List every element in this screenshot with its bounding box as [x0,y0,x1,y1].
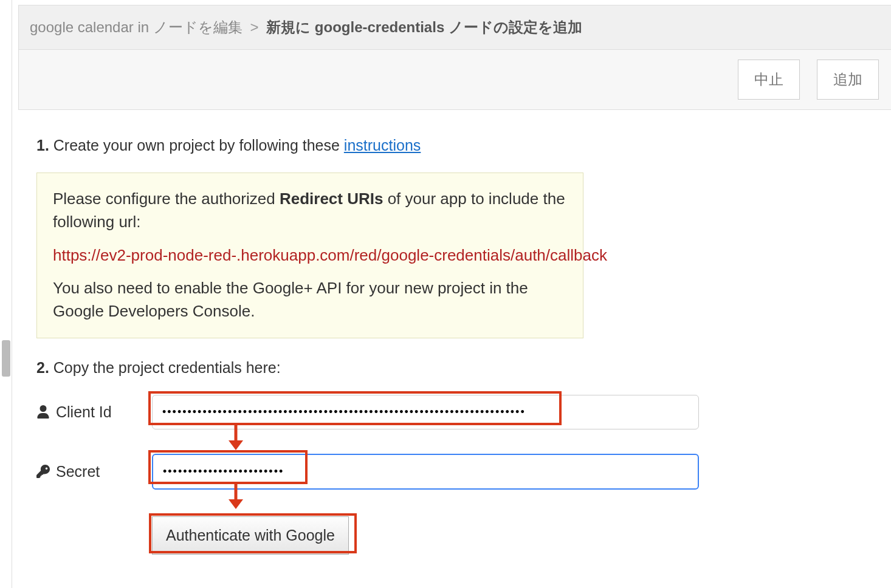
url-prefix: https://ev2-prod-node-red- [53,244,236,267]
secret-row: Secret [36,454,873,490]
box-text-bold: Redirect URIs [280,190,384,208]
breadcrumb-current: 新規に google-credentials ノードの設定を追加 [266,19,582,35]
instructions-link[interactable]: instructions [344,137,421,154]
step-1-number: 1. [36,137,49,154]
redirect-uri-text: Please configure the authorized Redirect… [53,188,567,233]
edit-panel: google calendar in ノードを編集 > 新規に google-c… [18,5,891,567]
client-id-row: Client Id [36,395,873,429]
callback-url: https://ev2-prod-node-red-.herokuapp.com… [53,243,583,267]
resize-handle[interactable] [2,340,10,377]
svg-marker-3 [229,499,243,509]
cancel-button[interactable]: 中止 [738,60,800,100]
client-id-label: Client Id [36,403,152,421]
key-icon [36,465,50,478]
secret-input[interactable] [152,454,699,490]
breadcrumb-parent[interactable]: google calendar in ノードを編集 [30,19,243,35]
content-area: 1. Create your own project by following … [18,110,891,567]
authenticate-google-button[interactable]: Authenticate with Google [152,516,349,555]
left-gutter [0,0,12,588]
user-icon [36,405,50,419]
secret-label: Secret [36,463,152,480]
secret-label-text: Secret [56,463,100,480]
client-id-input[interactable] [152,395,699,429]
step-2-number: 2. [36,359,49,376]
client-id-input-wrap [152,395,699,429]
step-2-text: Copy the project credentials here: [53,359,281,376]
breadcrumb-separator: > [250,19,259,35]
step-1: 1. Create your own project by following … [36,137,873,154]
instructions-box: Please configure the authorized Redirect… [36,173,583,338]
breadcrumb: google calendar in ノードを編集 > 新規に google-c… [18,5,891,50]
auth-row: Authenticate with Google [152,516,873,555]
googleplus-note: You also need to enable the Google+ API … [53,277,567,323]
secret-input-wrap [152,454,699,490]
step-2: 2. Copy the project credentials here: [36,359,873,377]
client-id-label-text: Client Id [56,403,112,421]
add-button[interactable]: 追加 [817,60,879,100]
step-1-text: Create your own project by following the… [53,137,344,154]
toolbar: 中止 追加 [18,50,891,110]
svg-marker-1 [229,440,243,450]
box-text-a: Please configure the authorized [53,190,280,208]
url-suffix: .herokuapp.com/red/google-credentials/au… [236,244,607,267]
